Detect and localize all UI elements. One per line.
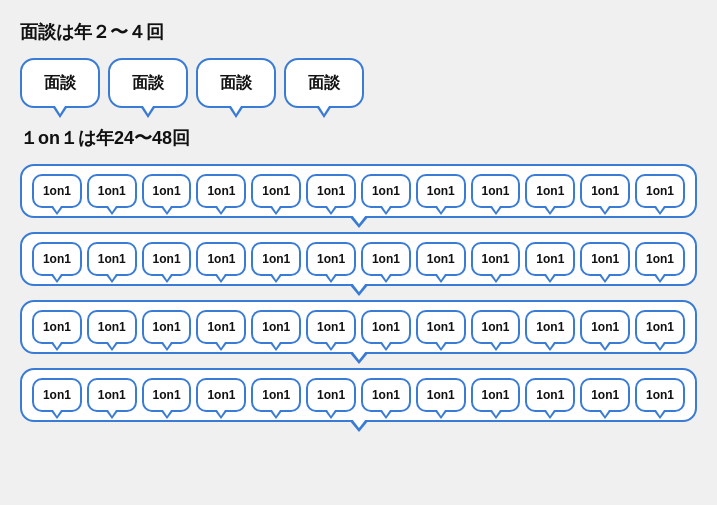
small-bubble-3-0: 1on1 — [32, 378, 82, 412]
small-bubble-0-9: 1on1 — [525, 174, 575, 208]
bubble-row-2: 1on11on11on11on11on11on11on11on11on11on1… — [20, 300, 697, 354]
small-bubble-3-4: 1on1 — [251, 378, 301, 412]
small-bubble-2-8: 1on1 — [471, 310, 521, 344]
small-bubble-1-4: 1on1 — [251, 242, 301, 276]
mendan-bubble-2: 面談 — [196, 58, 276, 108]
small-bubble-2-7: 1on1 — [416, 310, 466, 344]
small-bubble-2-5: 1on1 — [306, 310, 356, 344]
small-bubble-0-1: 1on1 — [87, 174, 137, 208]
small-bubble-2-6: 1on1 — [361, 310, 411, 344]
small-bubble-3-8: 1on1 — [471, 378, 521, 412]
section1-title: 面談は年２〜４回 — [20, 20, 697, 44]
mendan-row: 面談面談面談面談 — [20, 58, 697, 108]
small-bubble-3-6: 1on1 — [361, 378, 411, 412]
small-bubble-2-11: 1on1 — [635, 310, 685, 344]
small-bubble-1-10: 1on1 — [580, 242, 630, 276]
small-bubble-2-3: 1on1 — [196, 310, 246, 344]
small-bubble-1-9: 1on1 — [525, 242, 575, 276]
small-bubble-1-3: 1on1 — [196, 242, 246, 276]
small-bubble-0-4: 1on1 — [251, 174, 301, 208]
small-bubble-2-4: 1on1 — [251, 310, 301, 344]
small-bubble-3-2: 1on1 — [142, 378, 192, 412]
small-bubble-2-1: 1on1 — [87, 310, 137, 344]
small-bubble-3-1: 1on1 — [87, 378, 137, 412]
small-bubble-2-0: 1on1 — [32, 310, 82, 344]
small-bubble-0-7: 1on1 — [416, 174, 466, 208]
small-bubble-0-11: 1on1 — [635, 174, 685, 208]
small-bubble-3-7: 1on1 — [416, 378, 466, 412]
small-bubble-3-10: 1on1 — [580, 378, 630, 412]
small-bubble-3-5: 1on1 — [306, 378, 356, 412]
small-bubble-2-2: 1on1 — [142, 310, 192, 344]
small-bubble-0-10: 1on1 — [580, 174, 630, 208]
small-bubble-1-11: 1on1 — [635, 242, 685, 276]
small-bubble-1-6: 1on1 — [361, 242, 411, 276]
mendan-bubble-1: 面談 — [108, 58, 188, 108]
small-bubble-0-8: 1on1 — [471, 174, 521, 208]
small-bubble-3-11: 1on1 — [635, 378, 685, 412]
small-bubble-0-5: 1on1 — [306, 174, 356, 208]
small-bubble-1-0: 1on1 — [32, 242, 82, 276]
mendan-bubble-3: 面談 — [284, 58, 364, 108]
small-bubble-3-9: 1on1 — [525, 378, 575, 412]
small-bubble-0-2: 1on1 — [142, 174, 192, 208]
bubble-row-0: 1on11on11on11on11on11on11on11on11on11on1… — [20, 164, 697, 218]
small-bubble-1-1: 1on1 — [87, 242, 137, 276]
small-bubble-0-6: 1on1 — [361, 174, 411, 208]
small-bubble-3-3: 1on1 — [196, 378, 246, 412]
small-bubble-2-10: 1on1 — [580, 310, 630, 344]
small-bubble-1-5: 1on1 — [306, 242, 356, 276]
small-bubble-0-3: 1on1 — [196, 174, 246, 208]
small-bubble-1-7: 1on1 — [416, 242, 466, 276]
small-bubble-1-2: 1on1 — [142, 242, 192, 276]
bubble-row-3: 1on11on11on11on11on11on11on11on11on11on1… — [20, 368, 697, 422]
bubble-row-1: 1on11on11on11on11on11on11on11on11on11on1… — [20, 232, 697, 286]
small-bubble-0-0: 1on1 — [32, 174, 82, 208]
small-bubble-1-8: 1on1 — [471, 242, 521, 276]
small-bubble-2-9: 1on1 — [525, 310, 575, 344]
mendan-bubble-0: 面談 — [20, 58, 100, 108]
section2-title: １on１は年24〜48回 — [20, 126, 697, 150]
